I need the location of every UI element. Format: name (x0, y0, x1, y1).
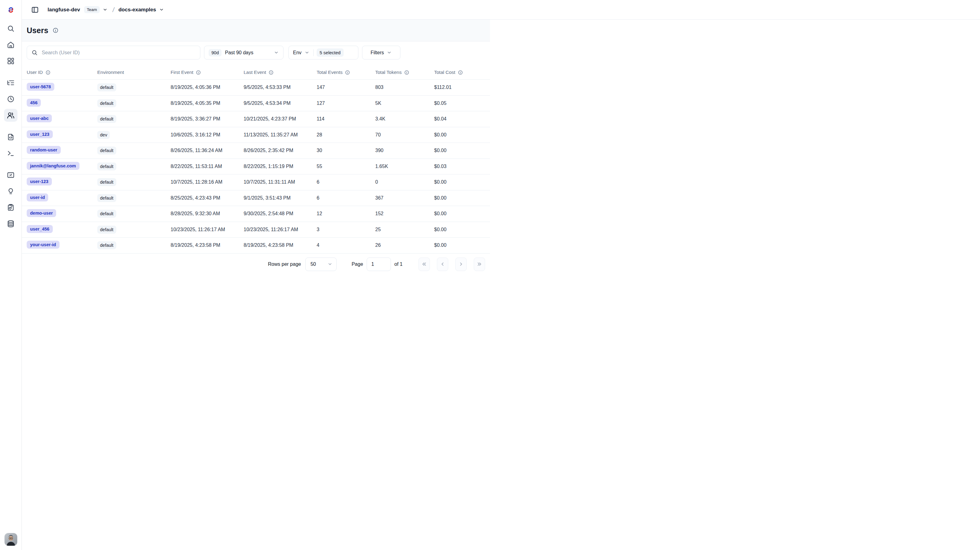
total-cost-cell: $0.00 (434, 211, 490, 216)
table-row[interactable]: user-id default 8/25/2025, 4:23:43 PM 9/… (22, 190, 490, 206)
info-icon[interactable] (196, 70, 201, 75)
total-events-cell: 127 (317, 101, 375, 106)
search-box[interactable] (27, 46, 200, 59)
user-id-badge[interactable]: user-123 (27, 178, 52, 185)
sidebar-item-search[interactable] (4, 22, 18, 35)
user-id-badge[interactable]: 456 (27, 99, 41, 107)
sidebar-item-datasets[interactable] (4, 217, 18, 230)
sidebar-item-home[interactable] (4, 38, 18, 51)
sidebar-item-prompts[interactable] (4, 131, 18, 143)
total-tokens-cell: 0 (375, 179, 434, 185)
search-input[interactable] (42, 50, 196, 55)
column-header-total-cost[interactable]: Total Cost (434, 70, 490, 75)
sidebar-item-annotation[interactable] (4, 201, 18, 214)
sidebar-item-tracing[interactable] (4, 76, 18, 89)
pagination-bar: Rows per page 50 Page of 1 (22, 254, 490, 271)
info-icon[interactable] (404, 70, 409, 75)
sidebar-item-sessions[interactable] (4, 93, 18, 105)
total-cost-cell: $0.04 (434, 116, 490, 122)
user-id-badge[interactable]: jannik@langfuse.com (27, 162, 80, 170)
user-id-badge[interactable]: random-user (27, 146, 61, 154)
chevron-down-icon[interactable] (159, 7, 164, 12)
user-id-badge[interactable]: user_456 (27, 225, 53, 233)
environment-badge: default (97, 210, 116, 218)
page-header: Users (22, 20, 490, 41)
info-icon[interactable] (45, 70, 51, 75)
previous-page-button[interactable] (437, 258, 448, 271)
breadcrumb-project[interactable]: docs-examples (118, 7, 156, 13)
column-header-environment[interactable]: Environment (97, 70, 170, 75)
user-id-badge[interactable]: demo-user (27, 209, 56, 217)
table-row[interactable]: your-user-id default 8/19/2025, 4:23:58 … (22, 238, 490, 254)
column-header-user-id[interactable]: User ID (27, 70, 97, 75)
rows-per-page-select[interactable]: 50 (305, 258, 337, 271)
info-icon[interactable] (52, 27, 59, 33)
environment-badge: default (97, 178, 116, 186)
last-page-button[interactable] (474, 258, 485, 271)
langfuse-logo[interactable] (0, 0, 21, 20)
datasets-icon (7, 220, 15, 228)
total-events-cell: 6 (317, 195, 375, 201)
user-id-badge[interactable]: your-user-id (27, 241, 59, 249)
rows-per-page-label: Rows per page (268, 262, 301, 267)
filters-label: Filters (371, 50, 384, 55)
column-header-first-event[interactable]: First Event (170, 70, 243, 75)
time-range-button[interactable]: 90d Past 90 days (204, 46, 283, 59)
info-icon[interactable] (269, 70, 274, 75)
user-id-badge[interactable]: user-id (27, 193, 48, 201)
environment-badge: default (97, 83, 116, 91)
env-selected-badge: 5 selected (317, 48, 344, 57)
environment-badge: default (97, 241, 116, 249)
first-event-cell: 10/6/2025, 3:16:12 PM (170, 132, 243, 138)
last-event-cell: 10/23/2025, 11:26:17 AM (243, 227, 317, 232)
table-row[interactable]: jannik@langfuse.com default 8/22/2025, 1… (22, 159, 490, 175)
table-row[interactable]: user-5678 default 8/19/2025, 4:05:36 PM … (22, 80, 490, 96)
table-row[interactable]: user_123 dev 10/6/2025, 3:16:12 PM 11/13… (22, 127, 490, 143)
table-row[interactable]: 456 default 8/19/2025, 4:05:35 PM 9/5/20… (22, 96, 490, 112)
playground-icon (7, 149, 15, 157)
breadcrumb-workspace[interactable]: langfuse-dev (48, 7, 80, 13)
chevron-down-icon[interactable] (102, 7, 108, 12)
column-header-total-events[interactable]: Total Events (317, 70, 375, 75)
total-cost-cell: $0.05 (434, 101, 490, 106)
column-header-last-event[interactable]: Last Event (243, 70, 317, 75)
last-event-cell: 10/21/2025, 4:23:37 PM (243, 116, 317, 122)
first-event-cell: 10/23/2025, 11:26:17 AM (170, 227, 243, 232)
main-content: Users 90d Past 90 days Env 5 selected Fi… (22, 0, 490, 271)
info-icon[interactable] (345, 70, 350, 75)
workspace-type-badge: Team (84, 6, 100, 13)
table-row[interactable]: random-user default 8/26/2025, 11:36:24 … (22, 143, 490, 159)
next-page-button[interactable] (455, 258, 467, 271)
time-range-label: Past 90 days (225, 50, 271, 55)
table-row[interactable]: demo-user default 8/28/2025, 9:32:30 AM … (22, 206, 490, 222)
sidebar-item-dashboards[interactable] (4, 55, 18, 67)
sessions-icon (7, 95, 15, 103)
total-events-cell: 30 (317, 148, 375, 153)
info-icon[interactable] (458, 70, 463, 75)
filters-button[interactable]: Filters (362, 46, 400, 59)
sidebar-item-judge[interactable] (4, 185, 18, 198)
table-row[interactable]: user_456 default 10/23/2025, 11:26:17 AM… (22, 222, 490, 238)
sidebar-item-users[interactable] (4, 109, 18, 122)
user-id-badge[interactable]: user-abc (27, 114, 52, 122)
user-id-badge[interactable]: user_123 (27, 130, 53, 138)
last-event-cell: 11/13/2025, 11:35:27 AM (243, 132, 317, 138)
last-event-cell: 8/22/2025, 1:15:19 PM (243, 164, 317, 169)
environment-filter-button[interactable]: Env 5 selected (288, 46, 358, 59)
sidebar-toggle-button[interactable] (31, 5, 40, 14)
table-row[interactable]: user-abc default 8/19/2025, 3:36:27 PM 1… (22, 111, 490, 127)
dashboards-icon (7, 57, 15, 65)
search-icon (31, 49, 38, 56)
home-icon (7, 41, 15, 49)
total-cost-cell: $0.00 (434, 195, 490, 201)
sidebar-item-scores[interactable] (4, 169, 18, 181)
user-id-badge[interactable]: user-5678 (27, 83, 54, 91)
column-header-total-tokens[interactable]: Total Tokens (375, 70, 434, 75)
first-event-cell: 8/19/2025, 4:05:36 PM (170, 85, 243, 90)
table-row[interactable]: user-123 default 10/7/2025, 11:28:16 AM … (22, 174, 490, 190)
sidebar-item-playground[interactable] (4, 147, 18, 160)
first-page-button[interactable] (418, 258, 430, 271)
total-cost-cell: $0.00 (434, 132, 490, 138)
chevron-down-icon (274, 50, 279, 55)
page-number-input[interactable] (367, 258, 391, 271)
